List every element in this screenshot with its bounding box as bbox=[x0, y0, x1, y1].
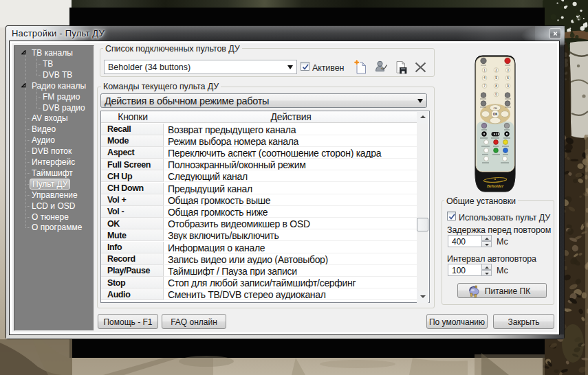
svg-text:CH: CH bbox=[493, 107, 497, 110]
svg-text:Beholder: Beholder bbox=[486, 183, 504, 188]
svg-text:OK: OK bbox=[493, 113, 499, 116]
